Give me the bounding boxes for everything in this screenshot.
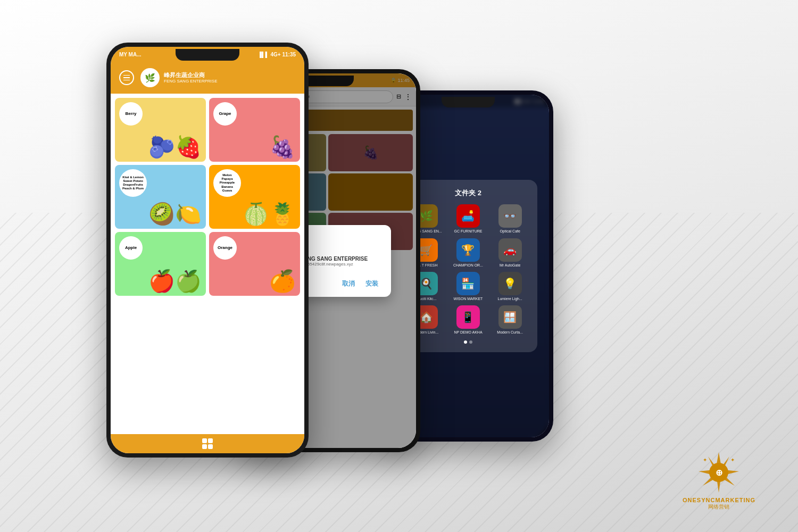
app-header: 🌿 峰昇生蔬企业商 FENG SANG ENTERPRISE [111, 62, 304, 94]
folder-app-autogate[interactable]: 🚗 Mr AutoGate [491, 238, 529, 268]
install-button[interactable]: 安装 [365, 279, 378, 288]
npdemo-label: NP DEMO AKHA [454, 330, 482, 335]
fruit-content: Berry 🫐🍓 Grape 🍇 Kiwi & LemonSweet Potat… [111, 94, 304, 434]
fruit-card-apple[interactable]: Apple 🍎🍏 [115, 232, 206, 296]
melon-emoji: 🍈🍍 [243, 202, 296, 227]
gcfurniture-label: GC FURNITURE [454, 229, 483, 234]
onesync-icon: ⊕ ✦ ✦ [697, 451, 740, 494]
time: 11:35 [282, 52, 296, 57]
fruit-card-grape[interactable]: Grape 🍇 [209, 98, 300, 162]
svg-text:✦: ✦ [703, 457, 707, 463]
dot-1 [464, 340, 467, 344]
menu-line-3 [123, 80, 130, 81]
lumiere-label: Lumiere Ligh... [498, 297, 522, 301]
opticalcafe-icon: 👓 [498, 204, 522, 228]
moderncurtain-icon: 🪟 [498, 305, 522, 329]
melon-label: MelonPapayaPineappleBananaGuava [213, 169, 241, 197]
fruit-card-melon[interactable]: MelonPapayaPineappleBananaGuava 🍈🍍 [209, 165, 300, 229]
berry-emoji: 🫐🍓 [148, 135, 202, 160]
fruit-card-orange[interactable]: Orange 🍊 [209, 232, 300, 296]
folder-app-wison[interactable]: 🏪 WISON MARKET [450, 272, 487, 301]
tropical-label: Kiwi & LemonSweet PotatoDragonFruitsPeac… [119, 169, 147, 197]
svg-text:⊕: ⊕ [716, 468, 722, 477]
app-title: 峰昇生蔬企业商 [164, 71, 217, 79]
logo-text-block: 峰昇生蔬企业商 FENG SANG ENTERPRISE [164, 71, 217, 85]
folder-app-moderncurtain[interactable]: 🪟 Modern Curta... [491, 305, 529, 335]
grid-cell-1 [202, 438, 207, 443]
phone-1-notch [176, 49, 239, 61]
onesync-tagline: 网络营销 [683, 503, 755, 511]
orange-emoji: 🍊 [269, 269, 296, 294]
grape-label: Grape [213, 102, 237, 126]
folder-app-gcfurniture[interactable]: 🛋️ GC FURNITURE [450, 204, 487, 234]
orange-label: Orange [213, 236, 237, 260]
dialog-app-url: y1355429c8f.newpages.xyz [301, 262, 378, 267]
status-left: MY MA... [119, 52, 141, 57]
autogate-icon: 🚗 [498, 238, 522, 262]
grid-cell-3 [202, 444, 207, 449]
autogate-label: Mr AutoGate [500, 263, 520, 268]
phone-3-notch [442, 97, 495, 107]
menu-line-2 [123, 77, 130, 78]
dialog-app-name: FENG SANG ENTERPRISE [301, 256, 378, 262]
svg-text:✦: ✦ [730, 457, 735, 463]
phones-container: MY MA... ▐▌▌ 4G+ 11:35 🌿 [80, 27, 718, 505]
app-subtitle: FENG SANG ENTERPRISE [164, 79, 217, 84]
folder-dots [408, 340, 529, 344]
opticalcafe-label: Optical Cafe [500, 229, 520, 234]
folder-app-lumiere[interactable]: 💡 Lumiere Ligh... [491, 272, 529, 301]
folder-app-npdemo[interactable]: 📱 NP DEMO AKHA [450, 305, 487, 335]
bottom-nav [111, 434, 304, 453]
grid-nav-icon[interactable] [202, 438, 213, 449]
menu-button[interactable] [119, 70, 134, 85]
apple-label: Apple [119, 236, 143, 260]
grape-emoji: 🍇 [269, 135, 296, 160]
npdemo-icon: 📱 [456, 305, 480, 329]
fruit-card-tropical[interactable]: Kiwi & LemonSweet PotatoDragonFruitsPeac… [115, 165, 206, 229]
wison-label: WISON MARKET [454, 297, 483, 301]
cancel-button[interactable]: 取消 [342, 279, 355, 288]
moderncurtain-label: Modern Curta... [497, 330, 523, 335]
gcfurniture-icon: 🛋️ [456, 204, 480, 228]
folder-title: 文件夹 2 [408, 188, 529, 198]
onesync-name: ONESYNCMARKETING [683, 497, 755, 503]
tropical-emoji: 🥝🍋 [148, 202, 202, 227]
dot-2 [469, 340, 472, 344]
fruit-card-berry[interactable]: Berry 🫐🍓 [115, 98, 206, 162]
folder-app-grid: 🌿 FENG SANG EN... 🛋️ GC FURNITURE 👓 Opti… [408, 204, 529, 335]
champion-icon: 🏆 [456, 238, 480, 262]
dialog-app-info: FENG SANG ENTERPRISE y1355429c8f.newpage… [301, 256, 378, 267]
onesync-branding: ⊕ ✦ ✦ ONESYNCMARKETING 网络营销 [683, 451, 755, 511]
signal-icon: ▐▌▌ 4G+ [257, 52, 280, 57]
folder-app-champion[interactable]: 🏆 CHAMPION OR... [450, 238, 487, 268]
berry-label: Berry [119, 102, 143, 126]
grid-cell-2 [208, 438, 213, 443]
apple-emoji: 🍎🍏 [148, 269, 202, 294]
phone-1: MY MA... ▐▌▌ 4G+ 11:35 🌿 [106, 43, 309, 458]
logo-icon: 🌿 [140, 68, 160, 87]
logo-area: 🌿 峰昇生蔬企业商 FENG SANG ENTERPRISE [140, 68, 217, 87]
folder-app-opticalcafe[interactable]: 👓 Optical Cafe [491, 204, 529, 234]
status-right: ▐▌▌ 4G+ 11:35 [257, 52, 296, 57]
phone-1-screen: MY MA... ▐▌▌ 4G+ 11:35 🌿 [111, 47, 304, 453]
lumiere-icon: 💡 [498, 272, 522, 295]
grid-cell-4 [208, 444, 213, 449]
champion-label: CHAMPION OR... [453, 263, 483, 268]
menu-line-1 [123, 75, 130, 76]
wison-icon: 🏪 [456, 272, 480, 295]
fruit-grid: Berry 🫐🍓 Grape 🍇 Kiwi & LemonSweet Potat… [111, 94, 304, 300]
